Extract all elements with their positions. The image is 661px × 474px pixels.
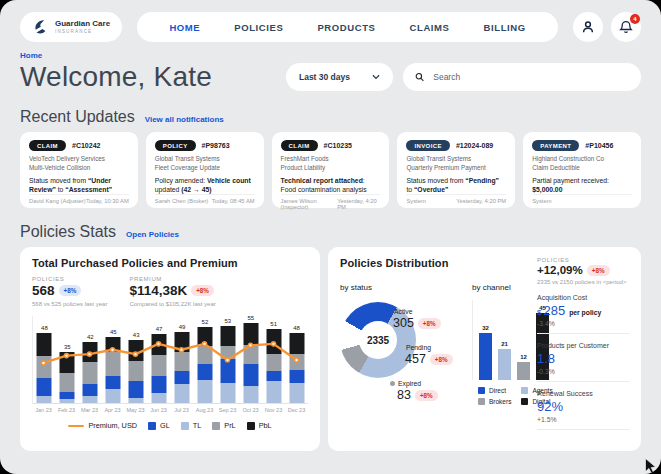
x-tick: Sep 23 [216, 407, 239, 413]
purchased-policies-card: Total Purchased Policies and Premium POL… [20, 247, 320, 451]
premium-kpi-label: PREMIUM [129, 276, 215, 282]
kpi-title: Acquisition Cost [537, 294, 629, 301]
update-card[interactable]: INVOICE#12024-089Global Transit SystemsQ… [397, 132, 515, 208]
brand-logo[interactable]: Guardian Care INSURANCE [20, 12, 122, 42]
search-input[interactable] [431, 71, 629, 83]
square-swatch [148, 422, 156, 430]
bar-column-jul-23[interactable]: 49 [171, 316, 194, 403]
search-icon [415, 72, 424, 82]
update-id: #P98763 [202, 142, 230, 149]
nav-item-claims[interactable]: CLAIMS [410, 22, 450, 33]
premium-kpi-sub: Compared to $105,22K last year [129, 300, 215, 308]
update-org-subject: Global Transit SystemsFleet Coverage Upd… [155, 155, 255, 173]
x-tick: Apr 23 [101, 407, 124, 413]
update-type-badge: CLAIM [29, 140, 66, 151]
policies-kpi-sub: 568 vs 525 policies last year [32, 300, 107, 308]
update-org-subject: FreshMart FoodsProduct Liability [281, 155, 381, 173]
bar-total-label: 49 [171, 324, 194, 330]
segment-prl [197, 346, 212, 364]
legend-item-gl: GL [148, 421, 170, 430]
segment-gl [197, 364, 212, 380]
kpi-title: Products per Customer [537, 342, 629, 349]
nav-item-billing[interactable]: BILLING [484, 22, 526, 33]
update-card[interactable]: POLICY#P98763Global Transit SystemsFleet… [146, 132, 264, 208]
segment-pbl [243, 323, 258, 345]
kpi-prefix: $ [537, 308, 541, 317]
premium-kpi-badge: +8% [191, 285, 214, 296]
x-tick: Dec 23 [285, 407, 308, 413]
legend-item-tl: TL [181, 421, 202, 430]
channel-bar-direct[interactable]: 32 [479, 300, 492, 380]
update-message: Partial payment received: $5,000.00 [532, 176, 632, 194]
kpi-value: 285 [543, 303, 565, 318]
bar-total-label: 45 [102, 329, 125, 335]
segment-gl [106, 376, 121, 389]
segment-prl [60, 373, 75, 392]
status-name: Expired [398, 380, 421, 387]
segment-gl [83, 384, 98, 396]
channel-bar-brokers[interactable]: 12 [517, 300, 530, 380]
bar-column-jan-23[interactable]: 48 [33, 316, 56, 403]
bar-column-aug-23[interactable]: 52 [193, 316, 216, 403]
update-org-subject: VeloTech Delivery ServicesMulti-Vehicle … [29, 155, 129, 173]
legend-item-pbl: PbL [247, 421, 272, 430]
update-author: David Kang (Adjuster) [29, 198, 86, 204]
kpi-title: Renewal Success [537, 390, 629, 397]
segment-tl [266, 381, 281, 403]
segment-gl [60, 392, 75, 399]
bar-column-apr-23[interactable]: 45 [102, 316, 125, 403]
legend-label: PbL [259, 421, 272, 430]
bar-column-sep-23[interactable]: 53 [216, 316, 239, 403]
segment-gl [152, 376, 167, 394]
premium-kpi-value: $114,38K+8% [129, 283, 215, 298]
top-bar: Guardian Care INSURANCE HOMEPOLICIESPROD… [0, 0, 661, 42]
bar-column-nov-23[interactable]: 51 [262, 316, 285, 403]
channel-legend-direct: Direct [478, 387, 511, 394]
nav-item-products[interactable]: PRODUCTS [317, 22, 375, 33]
premium-kpi: PREMIUM$114,38K+8%Compared to $105,22K l… [129, 276, 215, 308]
segment-pbl [37, 333, 52, 356]
segment-tl [37, 396, 52, 403]
update-time: Yesterday, 4:20 PM [337, 198, 380, 210]
square-swatch [478, 398, 485, 405]
update-card[interactable]: PAYMENT#P10456Highland Construction CoCl… [523, 132, 641, 208]
nav-item-home[interactable]: HOME [169, 22, 200, 33]
policies-premium-chart: 483542454347495253555148 Jan 23Feb 23Mar… [32, 316, 308, 413]
update-type-badge: POLICY [155, 140, 196, 151]
bar-column-dec-23[interactable]: 48 [285, 316, 308, 403]
segment-pbl [152, 334, 167, 355]
bar-total-label: 43 [125, 332, 148, 338]
date-range-select[interactable]: Last 30 days [286, 63, 393, 91]
policies-change-value: +12,09%+8% [537, 264, 629, 276]
segment-gl [174, 371, 189, 384]
bar-column-jun-23[interactable]: 47 [148, 316, 171, 403]
segment-prl [129, 361, 144, 382]
search-box[interactable] [403, 63, 641, 91]
nav-item-policies[interactable]: POLICIES [234, 22, 283, 33]
open-policies-link[interactable]: Open Policies [126, 230, 179, 239]
update-card[interactable]: CLAIM#C10242VeloTech Delivery ServicesMu… [20, 132, 138, 208]
status-value: 83 [397, 388, 411, 402]
profile-button[interactable] [573, 12, 603, 42]
channel-bar-agents[interactable]: 21 [498, 300, 511, 380]
segment-gl [243, 364, 258, 386]
notifications-button[interactable]: 4 [611, 12, 641, 42]
x-tick: Nov 23 [262, 407, 285, 413]
segment-pbl [266, 329, 281, 354]
bar-column-mar-23[interactable]: 42 [79, 316, 102, 403]
update-card[interactable]: CLAIM#C10235FreshMart FoodsProduct Liabi… [272, 132, 390, 208]
bar-column-may-23[interactable]: 43 [125, 316, 148, 403]
user-icon [581, 20, 595, 34]
bar-total-label: 42 [79, 334, 102, 340]
x-tick: Mar 23 [78, 407, 101, 413]
kpi-delta: -3.4% [537, 320, 629, 327]
legend-label: Brokers [489, 398, 511, 405]
breadcrumb[interactable]: Home [20, 51, 42, 60]
bar-column-feb-23[interactable]: 35 [56, 316, 79, 403]
view-all-notifications-link[interactable]: View all notifications [145, 115, 224, 124]
bar-column-oct-23[interactable]: 55 [239, 316, 262, 403]
chart-title: Total Purchased Policies and Premium [32, 257, 308, 269]
update-message: Status moved from “Under Review” to “Ass… [29, 176, 129, 194]
segment-pbl [197, 327, 212, 346]
notification-badge: 4 [630, 14, 640, 24]
